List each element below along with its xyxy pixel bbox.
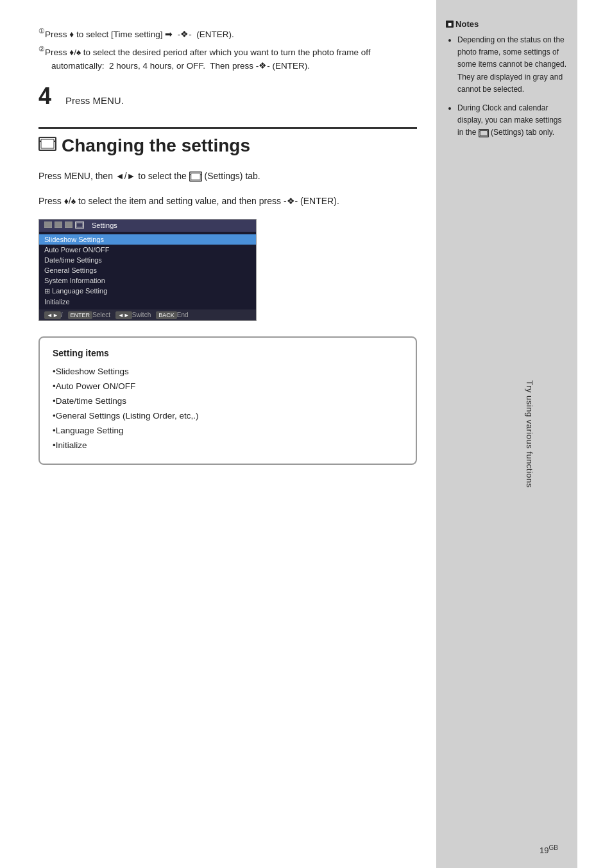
settings-heading-icon <box>38 137 56 155</box>
step-4-block: 4 Press MENU. <box>38 85 417 108</box>
side-tab-label: Try using various functions <box>525 380 535 488</box>
menu-item-autopower: Auto Power ON/OFF <box>39 245 256 255</box>
notes-icon: ■ <box>446 21 454 28</box>
setting-item-2: •Auto Power ON/OFF <box>53 379 403 394</box>
instructions-block: ①Press ♦ to select [Time setting] ➡ -❖- … <box>38 26 417 73</box>
titlebar-icon-1 <box>44 221 52 229</box>
section-title: Changing the settings <box>62 135 250 156</box>
titlebar-icon-2 <box>55 221 62 229</box>
svg-rect-8 <box>44 221 52 228</box>
menu-item-datetime: Date/time Settings <box>39 255 256 265</box>
notes-list: Depending on the status on the photo fra… <box>446 34 568 139</box>
setting-items-title: Setting items <box>53 348 403 358</box>
svg-rect-10 <box>65 221 72 228</box>
instruction-item-1: ①Press ♦ to select [Time setting] ➡ -❖- … <box>38 26 417 41</box>
svg-rect-9 <box>55 221 62 228</box>
section-heading: Changing the settings <box>38 127 417 156</box>
screenshot-title: Settings <box>92 221 117 229</box>
circle-1: ① <box>38 27 45 35</box>
setting-item-4: •General Settings (Listing Order, etc,.) <box>53 409 403 424</box>
titlebar-icon-4 <box>75 221 84 230</box>
settings-tab-icon <box>189 171 202 182</box>
screenshot-bottombar: ◄►/ ENTERSelect ◄►Switch BACKEnd <box>39 309 256 320</box>
instruction-item-2: ②Press ♦/♠ to select the desired period … <box>38 44 417 73</box>
titlebar-icon-3 <box>65 221 72 229</box>
bb-item-2: ENTERSelect <box>68 311 110 318</box>
main-content: ①Press ♦ to select [Time setting] ➡ -❖- … <box>0 0 436 868</box>
ss-settings-icon <box>75 221 84 229</box>
note-settings-icon <box>479 129 489 137</box>
page-number: 19GB <box>540 844 558 855</box>
titlebar-icons <box>44 221 84 230</box>
svg-rect-12 <box>76 223 83 227</box>
step-number: 4 <box>38 85 58 108</box>
setting-item-6: •Initialize <box>53 438 403 453</box>
notes-section: ■ Notes Depending on the status on the p… <box>446 19 568 139</box>
settings-svg-icon <box>38 137 56 151</box>
settings-icon-inline-text <box>189 171 205 181</box>
right-sidebar: ■ Notes Depending on the status on the p… <box>436 0 577 868</box>
step-text: Press MENU. <box>65 95 124 106</box>
svg-rect-14 <box>480 130 487 135</box>
setting-items-box: Setting items •Slideshow Settings •Auto … <box>38 336 417 465</box>
setting-item-1: •Slideshow Settings <box>53 365 403 379</box>
menu-item-general: General Settings <box>39 265 256 275</box>
notes-header: ■ Notes <box>446 19 568 29</box>
setting-item-3: •Date/time Settings <box>53 394 403 409</box>
bb-item-3: ◄►Switch <box>115 311 151 318</box>
body-paragraph-1: Press MENU, then ◄/► to select the (Sett… <box>38 169 417 184</box>
circle-2: ② <box>38 45 45 53</box>
ss-icon-svg-2 <box>55 221 62 228</box>
menu-item-slideshow: Slideshow Settings <box>39 234 256 245</box>
note-item-1: Depending on the status on the photo fra… <box>457 34 568 96</box>
note-item-2: During Clock and calendar display, you c… <box>457 102 568 139</box>
menu-item-language: ⊞ Language Setting <box>39 286 256 297</box>
ss-icon-svg-1 <box>44 221 52 228</box>
notes-title: Notes <box>455 19 479 29</box>
screenshot-menu: Slideshow Settings Auto Power ON/OFF Dat… <box>39 232 256 309</box>
screenshot-titlebar: Settings <box>39 220 256 232</box>
setting-item-5: •Language Setting <box>53 424 403 438</box>
ss-icon-svg-3 <box>65 221 72 228</box>
menu-item-initialize: Initialize <box>39 297 256 307</box>
svg-rect-1 <box>41 139 54 148</box>
svg-rect-5 <box>191 173 200 180</box>
body-paragraph-2: Press ♦/♠ to select the item and setting… <box>38 194 417 209</box>
bb-item-4: BACKEnd <box>156 311 188 318</box>
screenshot-box: Settings Slideshow Settings Auto Power O… <box>38 219 257 321</box>
bb-item-1: ◄►/ <box>44 311 63 318</box>
menu-item-sysinfo: System Information <box>39 275 256 286</box>
setting-items-list: •Slideshow Settings •Auto Power ON/OFF •… <box>53 365 403 453</box>
